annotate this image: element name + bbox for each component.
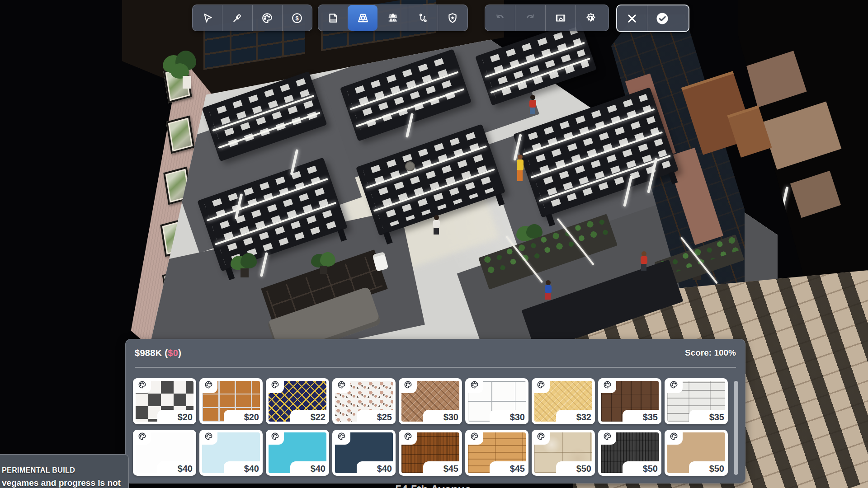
pricing-tool-button[interactable]: $	[282, 5, 312, 31]
dollar-icon: $	[291, 12, 303, 24]
cable-icon	[417, 12, 429, 24]
notice-body: vegames and progress is not compa	[2, 478, 128, 488]
check-circle-icon	[656, 12, 669, 25]
sun-patch	[738, 51, 807, 110]
shelving-tool-button[interactable]	[377, 5, 407, 31]
palette-icon	[271, 380, 279, 391]
panel-header: $988K ($0) Score: 100%	[135, 339, 736, 366]
experimental-build-notice: PERIMENTAL BUILD vegames and progress is…	[0, 454, 129, 488]
cursor-icon	[202, 12, 213, 24]
shelf-icon	[387, 12, 399, 24]
floor-tile-option[interactable]: $45	[465, 430, 528, 476]
lighting-button[interactable]	[576, 5, 606, 31]
eyedropper-tool-button[interactable]	[222, 5, 252, 31]
floor-tile-option[interactable]: $20	[133, 378, 196, 424]
tile-grid: $20 $20 $22 $25 $30 $30 $32 $35 $35 $40 …	[133, 378, 734, 476]
close-icon	[627, 13, 637, 24]
svg-text:$: $	[296, 14, 299, 21]
redo-button[interactable]	[515, 5, 545, 31]
spent-amount: $0	[168, 348, 178, 358]
score-readout: Score: 100%	[685, 348, 736, 358]
page-icon	[327, 12, 339, 24]
tile-scrollbar[interactable]	[734, 381, 738, 475]
palette-icon	[537, 432, 545, 442]
palette-icon	[537, 380, 545, 391]
floor-tile-option[interactable]: $45	[399, 430, 462, 476]
potted-plant	[231, 253, 259, 282]
floor-tile-option[interactable]: $50	[532, 430, 595, 476]
shield-star-icon	[447, 12, 458, 24]
location-label: 54 5th Avenue	[365, 483, 501, 488]
floor-tile-option[interactable]: $40	[266, 430, 329, 476]
budget-readout: $988K ($0)	[135, 348, 181, 358]
blueprint-button[interactable]	[545, 5, 576, 31]
palette-icon	[138, 380, 146, 391]
floor-tile-option[interactable]: $40	[133, 430, 196, 476]
select-tool-button[interactable]	[193, 5, 222, 31]
utilities-tool-button[interactable]	[408, 5, 438, 31]
customer	[528, 95, 537, 114]
palette-icon	[603, 380, 612, 391]
floor-tile-option[interactable]: $50	[665, 430, 728, 476]
palette-icon	[470, 432, 479, 442]
brightness-icon	[585, 12, 597, 24]
cancel-button[interactable]	[617, 5, 647, 31]
flooring-tool-button[interactable]	[348, 5, 377, 31]
palette-icon	[603, 432, 612, 442]
floor-tile-option[interactable]: $20	[199, 378, 263, 424]
floor-tile-option[interactable]: $30	[465, 378, 528, 424]
palette-icon	[261, 12, 273, 24]
customer	[639, 251, 648, 271]
redo-icon	[524, 12, 536, 24]
surfaces-tool-button[interactable]	[318, 5, 348, 31]
floor-tile-option[interactable]: $50	[598, 430, 661, 476]
floor-tile-option[interactable]: $30	[399, 378, 462, 424]
security-tool-button[interactable]	[438, 5, 467, 31]
potted-plant	[163, 51, 199, 91]
palette-icon	[404, 380, 412, 391]
palette-icon	[204, 432, 213, 442]
toolbar-history-view	[485, 5, 609, 31]
floor-lamp	[776, 187, 788, 229]
stool	[405, 161, 415, 171]
eyedropper-icon	[231, 12, 243, 24]
customer	[432, 215, 441, 235]
floor-tile-option[interactable]: $35	[598, 378, 661, 424]
floor-icon	[357, 12, 369, 24]
floor-tile-option[interactable]: $40	[199, 430, 263, 476]
floor-tile-option[interactable]: $40	[332, 430, 396, 476]
notice-title: PERIMENTAL BUILD	[2, 466, 128, 474]
palette-icon	[337, 380, 346, 391]
floor-tile-option[interactable]: $22	[266, 378, 329, 424]
palette-icon	[271, 432, 279, 442]
palette-icon	[470, 380, 479, 391]
undo-button[interactable]	[485, 5, 515, 31]
sun-patch	[790, 171, 841, 218]
toolbar-pointer-tools: $	[192, 5, 312, 31]
toolbar-confirm	[616, 5, 689, 32]
palette-icon	[404, 432, 412, 442]
paint-tool-button[interactable]	[252, 5, 282, 31]
undo-icon	[494, 12, 506, 24]
blueprint-icon	[555, 12, 566, 24]
palette-icon	[138, 432, 146, 442]
floor-tile-option[interactable]: $25	[332, 378, 396, 424]
customer	[515, 155, 524, 192]
palette-icon	[337, 432, 346, 442]
floor-tile-option[interactable]: $32	[532, 378, 595, 424]
sun-patch	[762, 102, 842, 170]
wall-picture	[166, 115, 195, 154]
header-divider	[135, 367, 736, 368]
toolbar-build-categories	[318, 5, 468, 31]
palette-icon	[670, 432, 678, 442]
flooring-panel: $988K ($0) Score: 100% $20 $20 $22 $25 $…	[125, 339, 745, 483]
potted-plant	[311, 252, 338, 279]
customer	[543, 280, 552, 300]
confirm-button[interactable]	[647, 5, 677, 31]
floor-tile-option[interactable]: $35	[665, 378, 728, 424]
palette-icon	[204, 380, 213, 391]
palette-icon	[670, 380, 678, 391]
